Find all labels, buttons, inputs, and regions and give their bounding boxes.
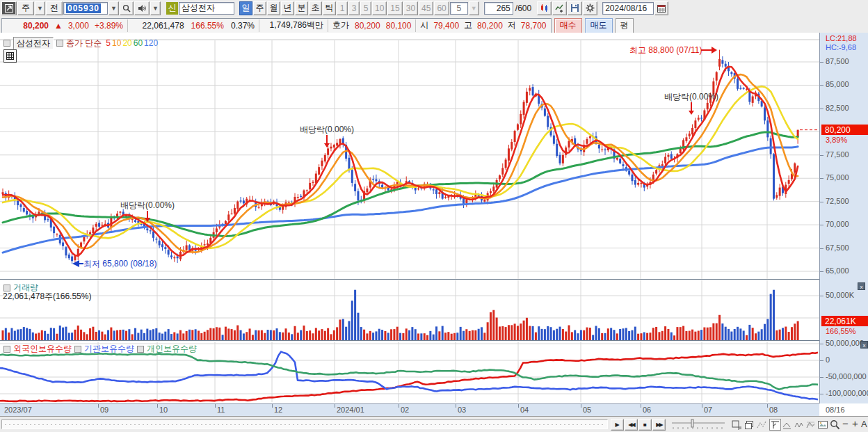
prev-stock-button[interactable]: 전 bbox=[46, 1, 63, 15]
zoom-out-button[interactable]: − bbox=[842, 417, 849, 429]
chart-scrollbar[interactable] bbox=[1, 419, 608, 429]
time-axis-label: 03 bbox=[458, 406, 466, 414]
wave-icon bbox=[794, 420, 803, 429]
zoom-in-button[interactable]: + bbox=[852, 417, 858, 429]
panel-toggle-icon[interactable] bbox=[3, 40, 10, 47]
week-quick-button[interactable]: 주 bbox=[17, 1, 34, 15]
annotations-layer: 최고 88,800 (07/11)최저 65,800 (08/18)배당락(0.… bbox=[72, 45, 819, 269]
bar-count-input[interactable]: 265 bbox=[484, 2, 513, 15]
time-axis-tick bbox=[518, 404, 519, 408]
bar-total-label: /600 bbox=[515, 3, 531, 13]
ownership-toggle-icon[interactable] bbox=[3, 346, 10, 353]
price-axis-label: 72,500 bbox=[826, 197, 849, 205]
volume-toggle-icon[interactable] bbox=[3, 285, 10, 291]
zoom-button[interactable] bbox=[829, 419, 841, 431]
volume-axis-tick bbox=[820, 296, 823, 296]
time-axis-tick bbox=[456, 404, 456, 408]
stock-code-value: 005930 bbox=[66, 3, 101, 13]
buy-button[interactable]: 매수 bbox=[554, 18, 582, 33]
settings-button[interactable] bbox=[583, 1, 597, 15]
price-axis-tick bbox=[820, 271, 823, 272]
date-input[interactable]: 2024/08/16 bbox=[602, 2, 654, 15]
ohl-cell: 시 79,400 고 80,200 저 78,700 bbox=[416, 19, 550, 32]
period-tab-day[interactable]: 일 bbox=[239, 1, 252, 15]
stock-search-button[interactable] bbox=[120, 1, 134, 15]
fibonacci-tool-button[interactable] bbox=[805, 419, 817, 431]
volume-current-pct: 166,55% bbox=[826, 327, 855, 335]
svg-text:최고 88,800 (07/11): 최고 88,800 (07/11) bbox=[629, 45, 702, 55]
minute-button-15[interactable]: 15 bbox=[387, 1, 402, 15]
price-axis-label: 85,000 bbox=[826, 80, 849, 88]
minute-button-10[interactable]: 10 bbox=[372, 1, 387, 15]
calendar-button[interactable] bbox=[654, 1, 668, 15]
legend-price-type: 종가 단순 bbox=[66, 38, 102, 49]
trade-value: 1,749,786백만 bbox=[270, 19, 323, 31]
candles-icon bbox=[540, 3, 549, 13]
indicator-toggle-icon[interactable] bbox=[56, 40, 63, 47]
compare-chart-button[interactable] bbox=[537, 1, 552, 15]
volume-axis-label: 50,000K bbox=[826, 291, 854, 299]
price-axis-tick bbox=[820, 225, 823, 225]
grid-tool-button[interactable] bbox=[3, 49, 17, 63]
zigzag-pattern-button[interactable] bbox=[755, 419, 767, 431]
grid-icon bbox=[6, 52, 14, 60]
price-panel-legend: 삼성전자 종가 단순 5102060120 bbox=[3, 37, 158, 49]
legend-stock-name[interactable]: 삼성전자 bbox=[13, 37, 54, 49]
lc-value: LC:21,88 bbox=[826, 34, 857, 42]
svg-text:배당락(0.00%): 배당락(0.00%) bbox=[664, 92, 718, 102]
ownership-toggle-icon[interactable] bbox=[74, 346, 81, 353]
minute-button-3[interactable]: 3 bbox=[348, 1, 360, 15]
period-tab-week[interactable]: 주 bbox=[253, 1, 266, 15]
speaker-icon bbox=[138, 4, 146, 13]
trendline-tool-button[interactable] bbox=[781, 419, 793, 431]
minute-button-1[interactable]: 1 bbox=[337, 1, 348, 15]
crosshair-tool-button[interactable] bbox=[769, 419, 781, 431]
speed-slider[interactable] bbox=[670, 419, 726, 431]
chart-image-button[interactable] bbox=[817, 419, 828, 431]
minute-button-45[interactable]: 45 bbox=[419, 1, 433, 15]
cascade-windows-button[interactable] bbox=[743, 419, 755, 431]
stock-name-value: 삼성전자 bbox=[182, 2, 215, 14]
new-stock-badge: 신 bbox=[166, 2, 178, 15]
voice-dropdown-button[interactable]: ▼ bbox=[150, 1, 161, 15]
font-button[interactable]: A bbox=[861, 419, 867, 429]
stock-name-input[interactable]: 삼성전자 bbox=[179, 2, 234, 15]
svg-text:최저 65,800 (08/18): 최저 65,800 (08/18) bbox=[83, 259, 156, 269]
week-dropdown-button[interactable]: ▼ bbox=[35, 1, 45, 15]
ownership-axis-label: 50,000,000 bbox=[826, 339, 864, 347]
avg-button[interactable]: 평 bbox=[616, 18, 634, 33]
tick-count-input[interactable]: 5 bbox=[450, 2, 468, 15]
time-axis-label: 04 bbox=[520, 406, 529, 414]
ownership-toggle-icon[interactable] bbox=[137, 346, 144, 353]
ma-legend-20: 20 bbox=[122, 38, 131, 48]
period-tab-second[interactable]: 초 bbox=[309, 1, 322, 15]
voice-button[interactable] bbox=[134, 1, 150, 15]
volume-panel-close-button[interactable]: x bbox=[858, 282, 865, 290]
overlay-indicator-button[interactable] bbox=[552, 1, 567, 15]
wave-tool-button[interactable] bbox=[793, 419, 805, 431]
link-chart-icon bbox=[5, 4, 13, 13]
stop-button[interactable]: ■ bbox=[638, 419, 652, 431]
time-axis-label: 12 bbox=[274, 406, 282, 414]
period-tab-year[interactable]: 년 bbox=[281, 1, 294, 15]
fast-forward-button[interactable]: ▶▶ bbox=[652, 419, 666, 431]
stock-code-input[interactable]: 005930 bbox=[63, 2, 108, 15]
code-dropdown-button[interactable]: ▼ bbox=[108, 1, 119, 15]
ownership-axis-label: -100,000,000 bbox=[826, 389, 868, 397]
rewind-button[interactable]: ◀◀ bbox=[625, 419, 638, 431]
add-window-button[interactable] bbox=[730, 419, 742, 431]
ownership-axis-tick bbox=[820, 344, 823, 344]
play-button[interactable]: ▶ bbox=[611, 419, 624, 431]
minute-button-60[interactable]: 60 bbox=[434, 1, 449, 15]
period-tab-month[interactable]: 월 bbox=[267, 1, 280, 15]
ownership-panel-close-button[interactable]: x bbox=[860, 341, 868, 349]
chart-area[interactable]: 최고 88,800 (07/11)최저 65,800 (08/18)배당락(0.… bbox=[0, 33, 819, 403]
minute-button-30[interactable]: 30 bbox=[403, 1, 418, 15]
ownership-axis-label: 0 bbox=[826, 355, 830, 364]
period-tab-minute[interactable]: 분 bbox=[295, 1, 308, 15]
sell-button[interactable]: 매도 bbox=[585, 18, 613, 33]
save-button[interactable] bbox=[568, 1, 582, 15]
period-tab-tick[interactable]: 틱 bbox=[323, 1, 336, 15]
minute-button-5[interactable]: 5 bbox=[360, 1, 371, 15]
chart-menu-button[interactable] bbox=[1, 1, 17, 15]
